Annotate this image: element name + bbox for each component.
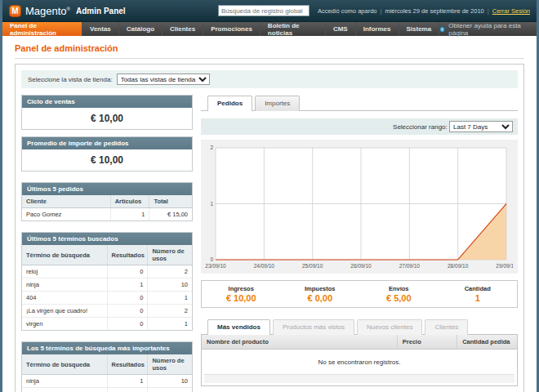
- tab-new-customers: Nuevos clientes: [357, 319, 422, 335]
- grid-footer-strip: [204, 374, 514, 383]
- lifetime-sales-widget: Ciclo de ventas € 10,00: [21, 95, 193, 130]
- nav-item-reports[interactable]: Informes: [356, 22, 399, 36]
- svg-text:28/09/10: 28/09/10: [448, 263, 469, 269]
- tab-amounts[interactable]: Importes: [255, 96, 300, 111]
- get-help-link[interactable]: Obtener ayuda para esta página: [439, 22, 537, 36]
- nav-item-promotions[interactable]: Promociones: [203, 22, 261, 36]
- global-search: [218, 5, 310, 16]
- help-icon: [439, 26, 445, 33]
- stat-tax: Impuestos € 0,00: [281, 285, 360, 303]
- nav-item-dashboard[interactable]: Panel de administración: [2, 22, 82, 36]
- widget-title: Ciclo de ventas: [22, 96, 192, 108]
- svg-text:27/09/10: 27/09/10: [399, 263, 421, 269]
- admin-window: M Magento® Admin Panel Accedió como apar…: [2, 0, 537, 392]
- svg-text:25/09/10: 25/09/10: [302, 263, 323, 269]
- svg-text:29/09/10: 29/09/10: [496, 263, 513, 269]
- average-orders-widget: Promedio de importe de pedidos € 10,00: [21, 136, 193, 172]
- top-search-terms-table: Término de búsqueda Resultados Número de…: [22, 354, 192, 392]
- last-search-terms-widget: Últimos 5 términos buscados Término de b…: [21, 232, 193, 331]
- top-header: M Magento® Admin Panel Accedió como apar…: [2, 0, 537, 22]
- grids-tabs: Más vendidos Productos más vistos Nuevos…: [201, 318, 518, 335]
- tab-orders[interactable]: Pedidos: [207, 96, 252, 111]
- table-row: reloj02: [22, 388, 192, 392]
- stat-shipping: Envíos € 5,00: [359, 285, 439, 303]
- table-row: ninja110: [22, 375, 192, 388]
- nav-item-sales[interactable]: Ventas: [82, 22, 119, 36]
- svg-text:24/09/10: 24/09/10: [254, 263, 275, 269]
- logout-link[interactable]: Cerrar Sesión: [492, 7, 530, 15]
- empty-records-message: No se encontraron registros.: [202, 350, 517, 375]
- widget-title: Últimos 5 pedidos: [22, 183, 192, 195]
- nav-item-cms[interactable]: CMS: [326, 22, 356, 36]
- svg-text:2: 2: [210, 145, 213, 150]
- dashboard-main-column: Pedidos Importes Seleccionar rango: Last…: [201, 95, 518, 392]
- widget-title: Los 5 términos de búsqueda más important…: [22, 342, 192, 354]
- table-row: ninja110: [22, 278, 192, 292]
- orders-chart: 23/09/1024/09/1025/09/1026/09/1027/09/10…: [203, 141, 513, 270]
- logo-text: Magento®: [25, 5, 70, 17]
- table-row: virgen01: [22, 318, 192, 331]
- dashboard-container: Seleccione la vista de tienda: Todas las…: [15, 64, 524, 392]
- header-user-info: Accedió como apardo | miércoles 29 de se…: [318, 7, 530, 15]
- store-switcher-label: Seleccione la vista de tienda:: [28, 76, 113, 83]
- svg-text:1: 1: [210, 201, 213, 207]
- tab-customers: Clientes: [425, 319, 468, 335]
- svg-text:0: 0: [210, 256, 213, 262]
- widget-title: Promedio de importe de pedidos: [22, 137, 192, 149]
- logo-subtitle: Admin Panel: [76, 7, 126, 16]
- magento-logo: M Magento® Admin Panel: [9, 5, 126, 17]
- svg-text:23/09/10: 23/09/10: [205, 263, 226, 269]
- table-row: 40401: [22, 292, 192, 305]
- average-orders-value: € 10,00: [22, 149, 192, 171]
- store-switcher-select[interactable]: Todas las vistas de tienda: [117, 74, 210, 85]
- magento-logo-icon: M: [9, 5, 21, 17]
- logged-in-as: Accedió como apardo: [318, 7, 377, 15]
- nav-item-customers[interactable]: Clientes: [163, 22, 203, 36]
- orders-chart-area: 23/09/1024/09/1025/09/1026/09/1027/09/10…: [201, 140, 518, 274]
- totals-bar: Ingresos € 10,00 Impuestos € 0,00 Envíos…: [201, 280, 518, 308]
- tab-most-viewed: Productos más vistos: [273, 319, 354, 335]
- last-search-terms-table: Término de búsqueda Resultados Número de…: [22, 245, 192, 330]
- table-row: reloj02: [22, 265, 192, 278]
- page-title: Panel de administración: [15, 43, 524, 53]
- tab-bestsellers[interactable]: Más vendidos: [207, 319, 270, 335]
- widget-title: Últimos 5 términos buscados: [22, 233, 192, 245]
- bestsellers-table: Nombre del producto Precio Cantidad pedi…: [202, 335, 517, 374]
- stat-revenue: Ingresos € 10,00: [202, 285, 281, 303]
- stat-quantity: Cantidad 1: [439, 285, 518, 303]
- nav-item-system[interactable]: Sistema: [399, 22, 440, 36]
- last-orders-table: Cliente Artículos Total Paco Gomez1€ 15,…: [22, 195, 192, 220]
- range-selector-bar: Seleccionar rango: Last 7 Days: [201, 118, 518, 135]
- chart-tabs: Pedidos Importes: [201, 95, 518, 111]
- current-date: miércoles 29 de septiembre de 2010: [385, 7, 483, 15]
- table-row: ¡La virgen que cuadro!02: [22, 305, 192, 318]
- global-search-input[interactable]: [218, 5, 310, 16]
- nav-item-catalog[interactable]: Catálogo: [119, 22, 163, 36]
- svg-text:26/09/10: 26/09/10: [350, 263, 372, 269]
- last-orders-widget: Últimos 5 pedidos Cliente Artículos Tota…: [21, 182, 193, 221]
- range-label: Seleccionar rango:: [393, 123, 448, 131]
- range-select[interactable]: Last 7 Days: [449, 121, 513, 132]
- table-row: Paco Gomez1€ 15,00: [22, 208, 192, 221]
- main-navigation: Panel de administración Ventas Catálogo …: [2, 22, 537, 36]
- top-search-terms-widget: Los 5 términos de búsqueda más important…: [21, 341, 193, 392]
- bestsellers-grid: Nombre del producto Precio Cantidad pedi…: [201, 335, 518, 386]
- dashboard-left-column: Ciclo de ventas € 10,00 Promedio de impo…: [21, 95, 193, 392]
- lifetime-sales-value: € 10,00: [22, 108, 192, 129]
- nav-item-newsletter[interactable]: Boletín de noticias: [261, 22, 326, 36]
- store-switcher: Seleccione la vista de tienda: Todas las…: [21, 70, 518, 88]
- title-divider: [15, 58, 524, 59]
